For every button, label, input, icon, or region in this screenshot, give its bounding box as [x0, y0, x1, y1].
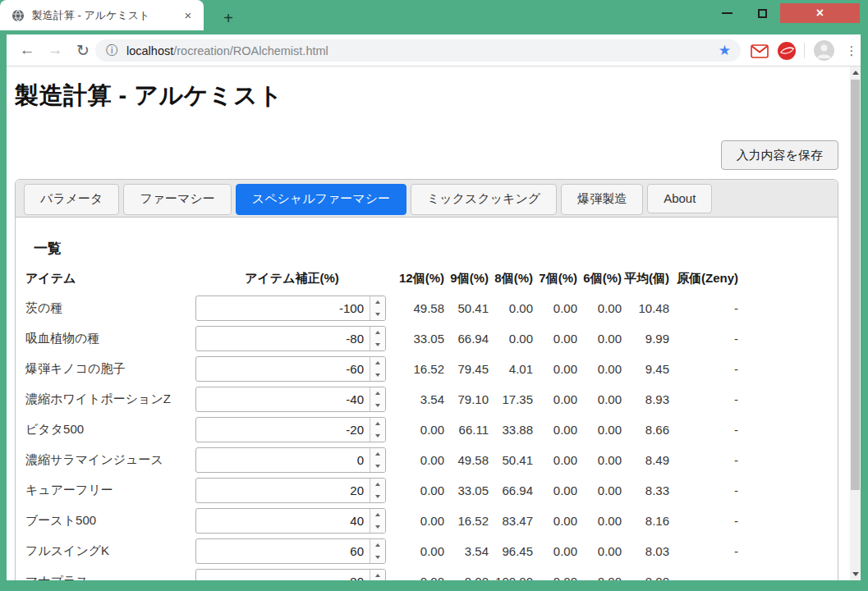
spinner-up-button[interactable]: [370, 479, 385, 491]
item-mod-input-group: [195, 538, 386, 564]
spinner-up-button[interactable]: [370, 539, 385, 552]
table-row: 濃縮ホワイトポーションZ3.5479.1017.350.000.008.93-: [25, 384, 738, 415]
value-cell: 0.00: [577, 506, 622, 536]
address-bar[interactable]: ⓘ localhost/rocreation/ROAlchemist.html …: [95, 39, 741, 62]
spinner-down-button[interactable]: [370, 552, 385, 564]
tab-ミックスクッキング[interactable]: ミックスクッキング: [411, 184, 557, 215]
item-mod-input[interactable]: [196, 570, 370, 580]
scrollbar-up-icon[interactable]: [850, 66, 861, 79]
browser-tab[interactable]: 製造計算 - アルケミスト ×: [0, 0, 204, 30]
item-mod-input[interactable]: [196, 539, 370, 563]
window-maximize-button[interactable]: [744, 3, 780, 23]
browser-toolbar: ← → ↻ ⓘ localhost/rocreation/ROAlchemist…: [7, 34, 861, 66]
page-content: 製造計算 - アルケミスト 入力内容を保存 パラメータファーマシースペシャルファ…: [7, 66, 850, 580]
tab-爆弾製造[interactable]: 爆弾製造: [561, 184, 643, 215]
tab-ファーマシー[interactable]: ファーマシー: [123, 184, 231, 215]
item-mod-input[interactable]: [196, 357, 370, 381]
spinner-up-button[interactable]: [370, 327, 385, 339]
value-cell: 0.00: [388, 506, 444, 536]
item-mod-input-group: [195, 417, 386, 442]
tab-スペシャルファーマシー[interactable]: スペシャルファーマシー: [236, 184, 406, 215]
value-cell: 50.41: [444, 293, 489, 323]
item-name: 吸血植物の種: [25, 323, 195, 354]
item-mod-input[interactable]: [196, 509, 370, 533]
value-cell: 0.00: [489, 293, 533, 323]
forward-icon[interactable]: →: [43, 34, 67, 66]
spinner-down-button[interactable]: [370, 521, 385, 534]
value-cell: 0.00: [444, 566, 489, 580]
spinner-up-button[interactable]: [370, 509, 385, 521]
reload-icon[interactable]: ↻: [71, 34, 95, 66]
value-cell: 0.00: [388, 415, 444, 445]
item-name: マナプラス: [25, 566, 195, 580]
item-mod-input[interactable]: [196, 296, 370, 320]
value-cell: 0.00: [533, 506, 577, 536]
spinner-down-button[interactable]: [370, 460, 385, 473]
spinner-down-icon: [375, 313, 380, 316]
bookmark-star-icon[interactable]: ★: [719, 42, 731, 59]
item-mod-input[interactable]: [196, 387, 370, 411]
value-cell: -: [669, 566, 738, 580]
value-cell: 8.66: [622, 415, 669, 445]
tab-パラメータ[interactable]: パラメータ: [24, 184, 119, 215]
item-mod-input[interactable]: [196, 448, 370, 472]
spinner-down-icon: [375, 404, 380, 407]
item-name: 濃縮ホワイトポーションZ: [25, 384, 195, 415]
item-name: 爆弾キノコの胞子: [25, 354, 195, 384]
spinner-down-button[interactable]: [370, 491, 385, 503]
value-cell: 17.35: [489, 384, 533, 415]
spinner-up-button[interactable]: [370, 357, 385, 369]
spinner-up-button[interactable]: [370, 296, 385, 309]
item-name: 濃縮サラマインジュース: [25, 445, 195, 475]
spinner-up-button[interactable]: [370, 448, 385, 460]
value-cell: 33.88: [489, 415, 533, 445]
spinner-down-button[interactable]: [370, 309, 385, 321]
spinner-up-button[interactable]: [370, 418, 385, 430]
value-cell: 0.00: [577, 354, 622, 384]
value-cell: 0.00: [577, 415, 622, 445]
spinner-down-button[interactable]: [370, 400, 385, 412]
new-tab-button[interactable]: +: [218, 10, 238, 28]
page-scrollbar[interactable]: [850, 66, 861, 580]
value-cell: -: [669, 475, 738, 506]
value-cell: -: [669, 536, 738, 566]
spinner-up-icon: [375, 361, 380, 364]
gmail-extension-icon[interactable]: [750, 41, 769, 61]
scrollbar-down-icon[interactable]: [850, 568, 861, 580]
spinner-up-button[interactable]: [370, 387, 385, 400]
results-table-body: 茨の種49.5850.410.000.000.0010.48-吸血植物の種33.…: [25, 293, 738, 580]
save-button[interactable]: 入力内容を保存: [721, 140, 838, 170]
value-cell: 16.52: [444, 506, 489, 536]
spinner-up-icon: [375, 331, 380, 334]
value-cell: 8.93: [622, 384, 669, 415]
item-mod-input[interactable]: [196, 479, 370, 502]
scrollbar-thumb[interactable]: [851, 80, 860, 490]
back-icon[interactable]: ←: [15, 34, 39, 66]
spinner-down-button[interactable]: [370, 339, 385, 351]
spinner-down-button[interactable]: [370, 430, 385, 442]
item-mod-input-group: [195, 478, 386, 503]
tab-About[interactable]: About: [647, 184, 712, 213]
spinner-up-icon: [375, 422, 380, 425]
spinner-up-button[interactable]: [370, 570, 385, 580]
browser-menu-icon[interactable]: ⋮: [843, 40, 861, 61]
column-header: 8個(%): [489, 263, 533, 293]
tab-close-icon[interactable]: ×: [181, 8, 195, 22]
spinner-down-icon: [375, 343, 380, 346]
profile-avatar[interactable]: [814, 40, 834, 61]
favicon-globe-icon: [11, 9, 25, 22]
value-cell: 0.00: [388, 566, 444, 580]
red-orb-extension-icon[interactable]: [777, 41, 797, 61]
page-info-icon[interactable]: ⓘ: [106, 44, 117, 58]
value-cell: 0.00: [577, 445, 622, 475]
window-close-button[interactable]: ×: [780, 3, 860, 23]
window-minimize-button[interactable]: [710, 3, 744, 23]
item-mod-input[interactable]: [196, 418, 370, 442]
item-mod-input[interactable]: [196, 327, 370, 350]
column-header: アイテム: [25, 263, 195, 293]
value-cell: 0.00: [533, 354, 577, 384]
window-frame-right: [861, 34, 868, 591]
spinner-down-button[interactable]: [370, 369, 385, 382]
column-header: 9個(%): [444, 263, 489, 293]
column-header: 12個(%): [388, 263, 444, 293]
